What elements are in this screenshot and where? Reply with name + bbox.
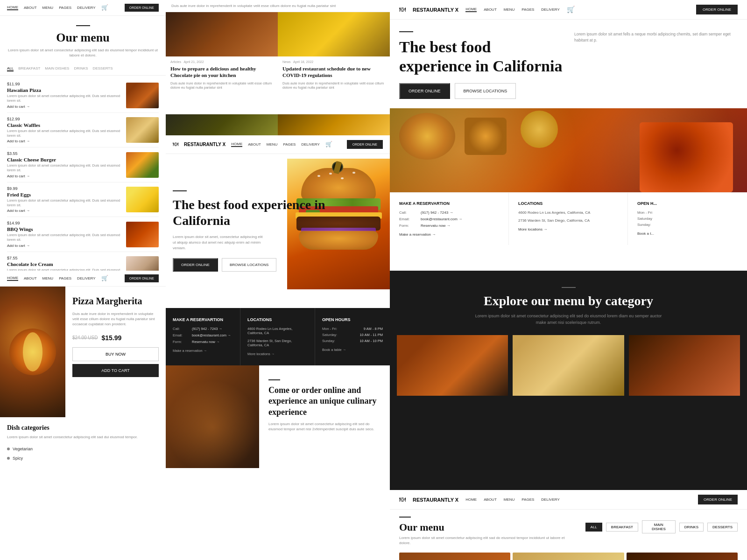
menu-title: Our menu [7, 31, 159, 45]
category-item[interactable]: Spicy [7, 454, 159, 463]
item-image [126, 187, 159, 212]
add-to-cart-link[interactable]: Add to cart → [7, 139, 121, 143]
order-online-button[interactable]: ORDER ONLINE [698, 495, 738, 504]
nav-delivery[interactable]: DELIVERY [77, 6, 95, 10]
category-item[interactable]: Vegetarian [7, 444, 159, 454]
hero-desc: Lorem ipsum dolor sit amet, consectetur … [173, 234, 266, 251]
tab-breakfast[interactable]: BREAKFAST [18, 66, 40, 71]
tab-all[interactable]: ALL [7, 66, 14, 71]
article-title[interactable]: How to prepare a delicious and healthy C… [166, 65, 278, 81]
menu-bottom-content: Our menu Lorem ipsum dolor sit amet cons… [390, 510, 747, 553]
tab-desserts[interactable]: DESSERTS [707, 523, 738, 532]
nav-pages[interactable]: PAGES [283, 142, 296, 147]
nav-pages[interactable]: PAGES [521, 497, 534, 502]
add-to-cart-button[interactable]: ADD TO CART [72, 364, 159, 377]
panel-menu-left: HOME ABOUT MENU PAGES DELIVERY 🛒 ORDER O… [0, 0, 166, 271]
add-to-cart-link[interactable]: Add to cart → [7, 174, 121, 178]
category-card[interactable] [513, 335, 624, 396]
order-online-button[interactable]: ORDER ONLINE [696, 5, 738, 14]
cart-icon[interactable]: 🛒 [101, 275, 108, 282]
hours-day: Saturday [637, 217, 652, 221]
nav-delivery[interactable]: DELIVERY [77, 276, 95, 280]
nav-about[interactable]: ABOUT [24, 6, 37, 10]
order-online-button[interactable]: ORDER ONLINE [125, 4, 159, 12]
nav-pages[interactable]: PAGES [59, 6, 71, 10]
thumbnail [627, 553, 738, 560]
book-table-link[interactable]: Book a t... [637, 231, 738, 236]
nav-delivery[interactable]: DELIVERY [541, 497, 559, 502]
order-online-button[interactable]: ORDER ONLINE [173, 258, 218, 272]
category-card[interactable] [397, 335, 508, 396]
list-item: $14.99 BBQ Wings Lorem ipsum dolor sit a… [7, 217, 159, 252]
nav-menu[interactable]: MENU [504, 7, 515, 12]
cart-icon[interactable]: 🛒 [325, 141, 332, 148]
nav-delivery[interactable]: DELIVERY [301, 142, 319, 147]
product-image [0, 287, 65, 417]
category-image [513, 335, 624, 396]
tab-desserts[interactable]: DESSERTS [93, 66, 113, 71]
browse-locations-button[interactable]: BROWSE LOCATIONS [455, 83, 516, 99]
nav-menu[interactable]: MENU [42, 276, 54, 280]
call-value: (917) 942 - 7243 → [192, 327, 222, 331]
form-value: Reservatu now → [421, 224, 451, 228]
item-desc: Lorem ipsum dolor sit amet consectetur a… [7, 129, 121, 138]
nav-delivery[interactable]: DELIVERY [541, 7, 559, 12]
nav-about[interactable]: ABOUT [24, 276, 37, 280]
reservation-cta-link[interactable]: Make a reservation → [173, 349, 233, 353]
category-image [629, 335, 740, 396]
nav-about[interactable]: ABOUT [248, 142, 261, 147]
nav-about[interactable]: ABOUT [484, 7, 497, 12]
price-row: $24.00 USD $15.99 [72, 334, 159, 342]
cart-icon[interactable]: 🛒 [101, 4, 108, 11]
nav-home[interactable]: HOME [465, 497, 477, 502]
add-to-cart-link[interactable]: Add to cart → [7, 209, 121, 213]
locations-cta-link[interactable]: More locations → [247, 352, 308, 356]
nav-menu[interactable]: MENU [504, 497, 515, 502]
hours-time: 10 AM - 10 PM [359, 339, 383, 343]
tab-breakfast[interactable]: BREAKFAST [606, 523, 638, 532]
tab-main[interactable]: MAIN DISHES [45, 66, 69, 71]
cart-icon[interactable]: 🛒 [567, 6, 575, 14]
nav-home[interactable]: HOME [465, 7, 477, 12]
hours-day: Sunday: [637, 223, 651, 227]
order-online-button[interactable]: ORDER ONLINE [399, 83, 450, 99]
category-card[interactable] [629, 335, 740, 396]
old-price: $24.00 USD [72, 335, 98, 340]
item-image [126, 117, 159, 143]
nav-home[interactable]: HOME [231, 142, 242, 147]
add-to-cart-link[interactable]: Add to cart → [7, 244, 121, 248]
hours-row: Saturday: 10 AM - 11 PM [322, 333, 383, 337]
order-online-button[interactable]: ORDER ONLINE [125, 274, 159, 282]
nav-pages[interactable]: PAGES [59, 276, 71, 280]
tab-drinks[interactable]: DRINKS [74, 66, 88, 71]
article-title[interactable]: Updated restaurant schedule due to new C… [278, 65, 390, 81]
logo-icon: 🍽 [399, 6, 406, 14]
categories-section: Dish categories Lorem ipsum dolor sit am… [0, 417, 166, 470]
order-online-button[interactable]: ORDER ONLINE [347, 140, 383, 149]
hours-card: OPEN H... Mon - Fri Saturday Sunday: Boo… [628, 193, 747, 245]
tab-group: ALL BREAKFAST MAIN DISHES DRINKS DESSERT… [585, 520, 738, 533]
add-to-cart-link[interactable]: Add to cart → [7, 105, 121, 109]
buy-now-button[interactable]: BUY NOW [72, 347, 159, 361]
menu-desc: Lorem ipsum dolor sit amet consectetur a… [399, 535, 576, 546]
item-desc: Lorem ipsum dolor sit amet consectetur a… [7, 94, 121, 103]
form-label: Form: [173, 340, 189, 344]
list-item: $3.55 Classic Cheese Burger Lorem ipsum … [7, 147, 159, 182]
tab-main[interactable]: MAIN DISHES [642, 520, 676, 533]
category-name: Vegetarian [13, 447, 33, 451]
category-dot [7, 457, 10, 460]
menu-subtitle: Lorem ipsum dolor sit amet consectetur a… [7, 48, 159, 58]
reservation-cta-link[interactable]: Make a reservation → [399, 232, 499, 237]
nav-home[interactable]: HOME [7, 5, 18, 10]
nav-menu[interactable]: MENU [267, 142, 278, 147]
item-image [126, 222, 159, 247]
tab-all[interactable]: ALL [585, 523, 602, 532]
book-table-link[interactable]: Book a table → [322, 348, 383, 352]
tab-drinks[interactable]: DRINKS [679, 523, 704, 532]
nav-menu[interactable]: MENU [42, 6, 54, 10]
browse-locations-button[interactable]: BROWSE LOCATIONS [222, 258, 276, 272]
nav-about[interactable]: ABOUT [484, 497, 497, 502]
nav-pages[interactable]: PAGES [521, 7, 534, 12]
locations-cta-link[interactable]: More locations → [518, 227, 618, 231]
nav-home[interactable]: HOME [7, 276, 18, 281]
